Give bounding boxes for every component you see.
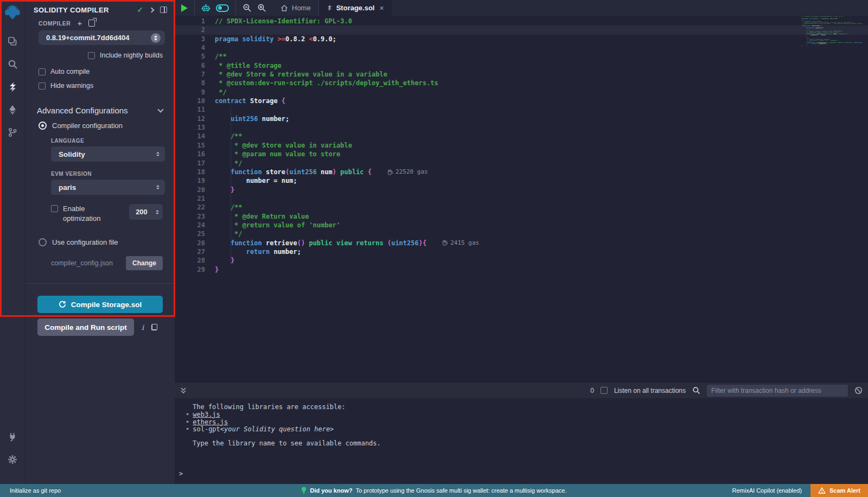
code-line[interactable]: 8 * @custom:dev-run-script ./scripts/dep… [175, 79, 868, 87]
plugin-manager-icon[interactable] [0, 428, 25, 446]
enable-optimization-checkbox[interactable] [51, 205, 58, 212]
code-line[interactable]: 6 * @title Storage [175, 61, 868, 70]
code-line[interactable]: 4 [175, 43, 868, 52]
line-number[interactable]: 20 [175, 186, 205, 194]
line-number[interactable]: 13 [175, 123, 205, 132]
zoom-in-icon[interactable] [257, 3, 266, 12]
line-number[interactable]: 15 [175, 141, 205, 150]
search-icon[interactable] [0, 55, 25, 73]
code-line[interactable]: 3pragma solidity >=0.8.2 <0.9.0; [175, 35, 868, 43]
hide-warnings-checkbox[interactable] [39, 82, 46, 90]
ai-copilot-robot-icon[interactable] [201, 4, 210, 12]
zoom-out-icon[interactable] [242, 3, 252, 12]
code-line[interactable]: 2 [175, 26, 868, 34]
line-number[interactable]: 8 [175, 79, 205, 87]
copy-icon[interactable] [151, 324, 157, 330]
line-number[interactable]: 11 [175, 105, 205, 114]
code-line[interactable]: 16 * @param num value to store [175, 150, 868, 158]
line-number[interactable]: 14 [175, 132, 205, 141]
code-line[interactable]: 9 */ [175, 88, 868, 97]
compiler-configuration-radio-row[interactable]: Compiler configuration [39, 122, 175, 130]
auto-compile-row[interactable]: Auto compile [39, 68, 175, 75]
library-link[interactable]: web3.js [193, 411, 220, 419]
include-nightly-checkbox[interactable] [88, 52, 95, 59]
compiler-version-select[interactable]: 0.8.19+commit.7dd6d404 [39, 30, 165, 45]
use-config-file-radio[interactable] [39, 238, 47, 246]
line-number[interactable]: 9 [175, 88, 205, 97]
line-number[interactable]: 21 [175, 194, 205, 203]
minimap[interactable]: // SPDX-License-Identifier: GPL-3.0pragm… [801, 16, 863, 146]
hide-warnings-row[interactable]: Hide warnings [39, 82, 175, 90]
listen-transactions-checkbox[interactable] [601, 387, 608, 394]
file-explorer-icon[interactable] [0, 32, 25, 50]
line-number[interactable]: 26 [175, 239, 205, 247]
code-line[interactable]: 22 /** [175, 203, 868, 212]
line-number[interactable]: 24 [175, 221, 205, 230]
language-select[interactable]: Solidity [51, 146, 165, 162]
settings-gear-icon[interactable] [0, 450, 25, 469]
compile-button[interactable]: Compile Storage.sol [37, 296, 163, 313]
line-number[interactable]: 18 [175, 168, 205, 176]
code-line[interactable]: 15 * @dev Store value in variable [175, 141, 868, 150]
code-line[interactable]: 13 [175, 123, 868, 132]
line-number[interactable]: 22 [175, 203, 205, 212]
solidity-compiler-icon[interactable] [0, 78, 25, 96]
tab-storage-sol[interactable]: Storage.sol × [319, 0, 392, 16]
code-line[interactable]: 25 */ [175, 230, 868, 238]
git-icon[interactable] [0, 123, 25, 142]
code-editor[interactable]: 1// SPDX-License-Identifier: GPL-3.023pr… [175, 16, 868, 382]
line-number[interactable]: 1 [175, 17, 205, 26]
code-line[interactable]: 10contract Storage { [175, 97, 868, 105]
copilot-toggle[interactable] [216, 4, 229, 12]
terminal-collapse-icon[interactable] [180, 387, 187, 394]
line-number[interactable]: 16 [175, 150, 205, 158]
add-compiler-icon[interactable]: + [77, 21, 82, 26]
code-line[interactable]: 19 number = num; [175, 176, 868, 185]
code-line[interactable]: 26 function retrieve() public view retur… [175, 239, 868, 247]
line-number[interactable]: 3 [175, 35, 205, 43]
line-number[interactable]: 4 [175, 43, 205, 52]
compiler-configuration-radio[interactable] [39, 122, 47, 130]
include-nightly-row[interactable]: Include nightly builds [39, 52, 163, 59]
change-config-button[interactable]: Change [126, 256, 163, 270]
line-number[interactable]: 27 [175, 247, 205, 256]
use-config-file-radio-row[interactable]: Use configuration file [39, 238, 175, 246]
open-compiler-file-icon[interactable] [88, 20, 95, 27]
terminal-search-icon[interactable] [692, 386, 700, 394]
line-number[interactable]: 17 [175, 159, 205, 168]
git-init-button[interactable]: Initialize as git repo [10, 487, 61, 494]
code-line[interactable]: 27 return number; [175, 247, 868, 256]
line-number[interactable]: 19 [175, 176, 205, 185]
compile-and-run-button[interactable]: Compile and Run script [37, 318, 134, 336]
library-link[interactable]: ethers.js [193, 419, 228, 426]
code-line[interactable]: 7 * @dev Store & retrieve value in a var… [175, 70, 868, 79]
code-line[interactable]: 29} [175, 265, 868, 274]
code-line[interactable]: 12 uint256 number; [175, 114, 868, 123]
pin-side-panel-icon[interactable] [160, 7, 167, 13]
code-line[interactable]: 28 } [175, 256, 868, 265]
remix-logo-icon[interactable] [3, 3, 22, 22]
code-line[interactable]: 5/** [175, 52, 868, 61]
tab-home[interactable]: Home [273, 0, 318, 16]
code-line[interactable]: 24 * @return value of 'number' [175, 221, 868, 230]
line-number[interactable]: 29 [175, 265, 205, 274]
code-line[interactable]: 14 /** [175, 132, 868, 141]
deploy-run-icon[interactable] [0, 100, 25, 119]
info-icon[interactable]: i [142, 323, 144, 332]
stepper-arrows-icon[interactable] [156, 210, 159, 214]
line-number[interactable]: 2 [175, 26, 205, 34]
line-number[interactable]: 23 [175, 212, 205, 221]
code-line[interactable]: 20 } [175, 186, 868, 194]
run-script-play-icon[interactable] [181, 4, 188, 12]
clear-console-icon[interactable] [854, 386, 863, 394]
advanced-configurations-header[interactable]: Advanced Configurations [37, 106, 163, 115]
evm-version-select[interactable]: paris [51, 180, 165, 195]
chevron-right-icon[interactable] [149, 7, 155, 12]
close-tab-icon[interactable]: × [379, 4, 384, 12]
line-number[interactable]: 5 [175, 52, 205, 61]
auto-compile-checkbox[interactable] [39, 68, 46, 75]
code-line[interactable]: 21 [175, 194, 868, 203]
line-number[interactable]: 25 [175, 230, 205, 238]
code-line[interactable]: 23 * @dev Return value [175, 212, 868, 221]
line-number[interactable]: 28 [175, 256, 205, 265]
